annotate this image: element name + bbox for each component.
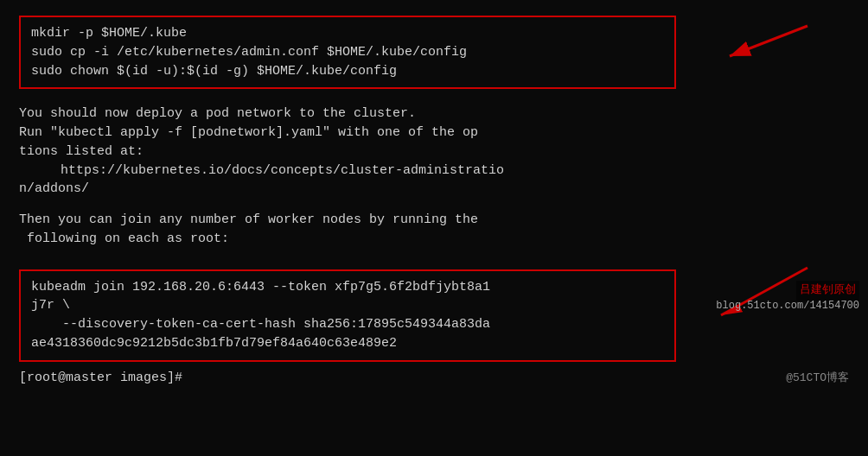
code-line-1: mkdir -p $HOME/.kube [31,24,664,43]
svg-line-1 [730,26,807,56]
para1-line-5: n/addons/ [19,180,676,199]
para1-line-2: Run "kubectl apply -f [podnetwork].yaml"… [19,124,676,142]
terminal-prompt: [root@master images]# [19,369,849,388]
arrow-top-svg [712,17,816,69]
cmd-line-3: --discovery-token-ca-cert-hash sha256:17… [31,315,664,334]
para1-line-1: You should now deploy a pod network to t… [19,104,676,124]
cmd-line-2: j7r \ [31,296,664,315]
arrow-top [712,17,816,76]
para2-line-1: Then you can join any number of worker n… [19,211,676,230]
cmd-line-1: kubeadm join 192.168.20.6:6443 --token x… [31,278,664,297]
para2-line-2: following on each as root: [19,230,676,249]
para1-line-3: tions listed at: [19,142,676,162]
code-line-3: sudo chown $(id -u):$(id -g) $HOME/.kube… [31,62,664,81]
cmd-line-4: ae4318360dc9c9212b5dc3b1fb7d79ef84a640c6… [31,334,664,353]
terminal-window: mkdir -p $HOME/.kube sudo cp -i /etc/kub… [0,0,868,396]
watermark-chinese: 吕建钊原创 [796,281,859,301]
prompt-text: [root@master images]# [19,369,849,388]
code-line-2: sudo cp -i /etc/kubernetes/admin.conf $H… [31,43,664,62]
text-paragraph-1: You should now deploy a pod network to t… [19,104,676,199]
code-box-top: mkdir -p $HOME/.kube sudo cp -i /etc/kub… [19,16,676,89]
code-box-bottom: kubeadm join 192.168.20.6:6443 --token x… [19,269,676,362]
para1-line-4: https://kubernetes.io/docs/concepts/clus… [19,162,676,180]
bottom-credit: @51CTO博客 [786,370,849,387]
watermark-url: blog.51cto.com/14154700 [716,299,859,314]
text-paragraph-2: Then you can join any number of worker n… [19,211,676,249]
